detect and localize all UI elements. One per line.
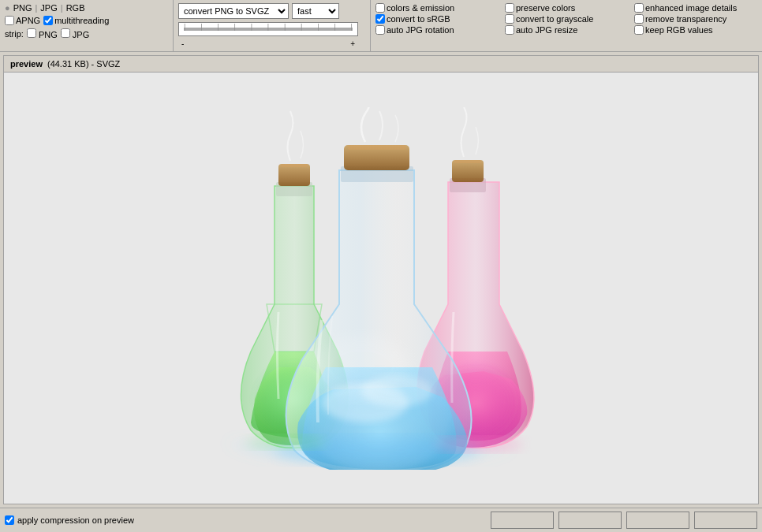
preserve-colors-checkbox[interactable] <box>505 3 514 13</box>
slider-plus: + <box>350 39 355 48</box>
colors-emission-checkbox[interactable] <box>375 3 385 13</box>
action-btn-1[interactable] <box>491 512 554 529</box>
preview-header: preview (44.31 KB) - SVGZ <box>4 56 758 73</box>
panels-row: ● PNG | JPG | RGB APNG multithreading <box>0 0 762 52</box>
preserve-colors-label[interactable]: preserve colors <box>505 3 628 13</box>
apng-checkbox[interactable] <box>5 16 14 25</box>
preview-file-info: (44.31 KB) - SVGZ <box>47 59 120 69</box>
multithreading-label: multithreading <box>54 16 109 25</box>
svg-point-18 <box>247 435 326 449</box>
convert-srgb-label[interactable]: convert to sRGB <box>375 14 499 24</box>
enhanced-image-details-checkbox[interactable] <box>634 3 644 13</box>
rgb-label: RGB <box>66 3 85 13</box>
action-btn-4[interactable] <box>694 512 757 529</box>
multithreading-checkbox-label[interactable]: multithreading <box>43 16 109 25</box>
svg-rect-7 <box>452 160 484 182</box>
strip-row: strip: PNG JPG <box>5 28 168 39</box>
svg-rect-14 <box>348 145 406 150</box>
convert-srgb-checkbox[interactable] <box>375 14 385 24</box>
convert-grayscale-checkbox[interactable] <box>505 14 514 24</box>
options-grid: colors & emission preserve colors enhanc… <box>375 3 757 35</box>
main-content: ● PNG | JPG | RGB APNG multithreading <box>0 0 762 532</box>
slider-ends: - + <box>178 39 358 48</box>
format-speed-row: convert PNG to SVGZ convert PNG to SVG c… <box>178 3 365 19</box>
svg-rect-8 <box>454 160 481 163</box>
format-select[interactable]: convert PNG to SVGZ convert PNG to SVG c… <box>178 3 289 19</box>
speed-select[interactable]: fast best normal <box>292 3 339 19</box>
middle-panel: convert PNG to SVGZ convert PNG to SVG c… <box>174 0 371 51</box>
strip-png-label[interactable]: PNG <box>27 28 58 39</box>
preserve-colors-text: preserve colors <box>516 3 575 13</box>
preview-content <box>4 73 758 504</box>
png-label: PNG <box>13 3 32 13</box>
multithreading-checkbox[interactable] <box>43 16 53 25</box>
remove-transparency-text: remove transparency <box>645 14 727 24</box>
slider-minus: - <box>181 39 184 48</box>
colors-emission-label[interactable]: colors & emission <box>375 3 499 13</box>
auto-jpg-rotation-checkbox[interactable] <box>375 25 385 35</box>
jpg-label: JPG <box>40 3 57 13</box>
apng-label: APNG <box>16 16 40 25</box>
apng-checkbox-label[interactable]: APNG <box>5 16 40 25</box>
strip-jpg-checkbox[interactable] <box>61 28 70 38</box>
preview-area: preview (44.31 KB) - SVGZ <box>3 55 759 504</box>
auto-jpg-resize-checkbox[interactable] <box>505 25 514 35</box>
auto-jpg-resize-text: auto JPG resize <box>516 25 577 35</box>
svg-point-17 <box>436 437 523 452</box>
convert-srgb-text: convert to sRGB <box>387 14 450 24</box>
flask-illustration <box>200 107 562 470</box>
strip-jpg-label[interactable]: JPG <box>61 28 89 39</box>
strip-png-checkbox[interactable] <box>27 28 36 38</box>
apply-compression-checkbox[interactable] <box>5 515 14 525</box>
action-btn-2[interactable] <box>558 512 622 529</box>
apng-multithreading-row: APNG multithreading <box>5 16 168 25</box>
left-panel: ● PNG | JPG | RGB APNG multithreading <box>0 0 174 51</box>
svg-rect-4 <box>281 164 308 167</box>
enhanced-image-details-text: enhanced image details <box>645 3 737 13</box>
convert-grayscale-text: convert to grayscale <box>516 14 593 24</box>
right-panel: colors & emission preserve colors enhanc… <box>371 0 762 51</box>
quality-slider-container: | | | | | | | | | | | <box>178 22 358 36</box>
action-btn-3[interactable] <box>626 512 689 529</box>
keep-rgb-values-text: keep RGB values <box>645 25 713 35</box>
preview-label: preview <box>10 59 43 69</box>
auto-jpg-resize-label[interactable]: auto JPG resize <box>505 25 628 35</box>
apply-compression-text: apply compression on preview <box>17 515 134 525</box>
convert-grayscale-label[interactable]: convert to grayscale <box>505 14 628 24</box>
strip-label: strip: <box>5 29 24 39</box>
format-row: ● PNG | JPG | RGB <box>5 3 168 13</box>
colors-emission-text: colors & emission <box>387 3 454 13</box>
auto-jpg-rotation-text: auto JPG rotation <box>387 25 454 35</box>
svg-rect-3 <box>278 164 310 186</box>
svg-point-15 <box>314 336 409 399</box>
apply-compression-label[interactable]: apply compression on preview <box>5 515 134 525</box>
remove-transparency-label[interactable]: remove transparency <box>634 14 757 24</box>
dot-label: ● <box>5 3 10 13</box>
remove-transparency-checkbox[interactable] <box>634 14 644 24</box>
enhanced-image-details-label[interactable]: enhanced image details <box>634 3 757 13</box>
keep-rgb-values-label[interactable]: keep RGB values <box>634 25 757 35</box>
slider-track: | | | | | | | | | | | <box>184 28 353 31</box>
bottom-bar: apply compression on preview <box>0 508 762 532</box>
auto-jpg-rotation-label[interactable]: auto JPG rotation <box>375 25 499 35</box>
keep-rgb-values-checkbox[interactable] <box>634 25 644 35</box>
